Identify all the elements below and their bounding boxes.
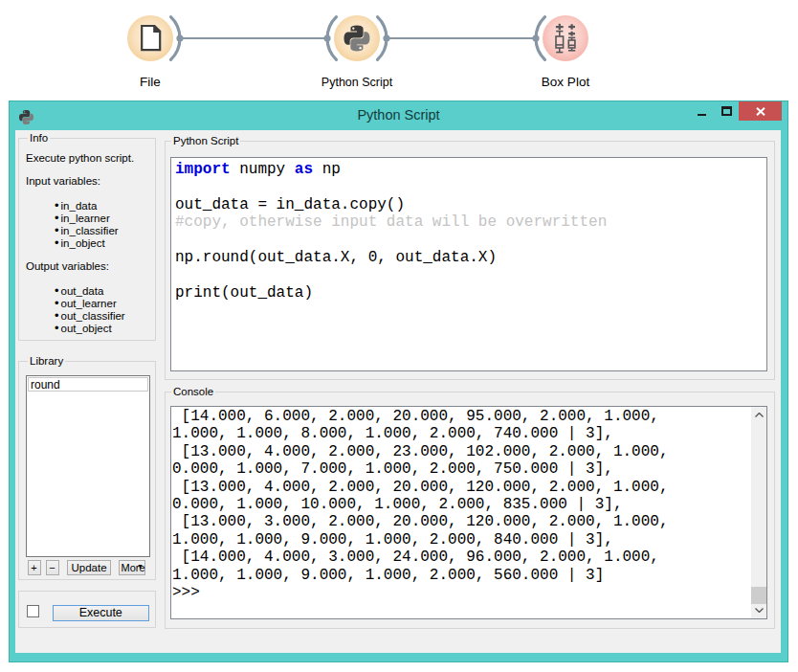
svg-text:Box Plot: Box Plot [542, 75, 590, 89]
svg-text:Python Script: Python Script [321, 76, 393, 89]
svg-text:File: File [140, 75, 161, 89]
